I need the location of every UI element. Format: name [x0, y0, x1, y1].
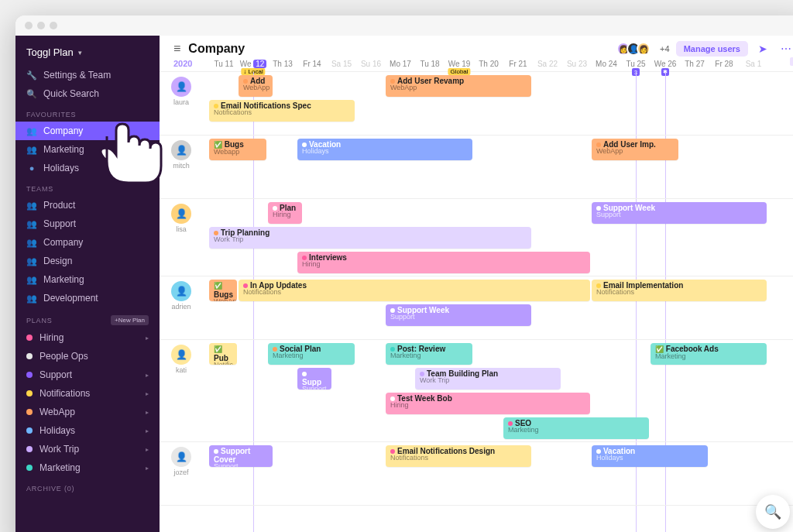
sidebar-item-marketing[interactable]: Marketing▸: [15, 458, 160, 477]
sidebar-item-hiring[interactable]: Hiring▸: [15, 328, 160, 347]
day-header[interactable]: Tu 11: [209, 60, 239, 68]
task-bar[interactable]: Trip PlanningWork Trip: [209, 227, 531, 249]
member-avatars[interactable]: 👩 👤 👩: [620, 42, 651, 56]
sidebar-item-company[interactable]: 👥Company: [15, 233, 160, 252]
row-head[interactable]: 👤 laura: [160, 77, 203, 106]
day-header[interactable]: Sa 15: [327, 60, 356, 68]
sidebar-item-marketing[interactable]: 👥Marketing: [15, 270, 160, 289]
task-bar[interactable]: Add User RevampWebApp: [386, 75, 531, 97]
task-bar[interactable]: AddWebApp: [239, 75, 273, 97]
sidebar-item-holidays[interactable]: Holidays▸: [15, 421, 160, 440]
row-head[interactable]: 👤 lisa: [160, 204, 203, 233]
sidebar-item-support[interactable]: Support▸: [15, 366, 160, 384]
chevron-right-icon: ▸: [146, 335, 149, 342]
quick-search[interactable]: 🔍 Quick Search: [15, 84, 160, 103]
day-header[interactable]: We 12↓ Local: [239, 60, 268, 68]
row-head[interactable]: 👤 jozef: [160, 447, 203, 476]
sidebar-item-label: Design: [43, 256, 72, 266]
day-header[interactable]: Fr 28: [709, 60, 739, 68]
sidebar-item-webapp[interactable]: WebApp▸: [15, 403, 160, 421]
member-overflow[interactable]: +4: [660, 44, 670, 53]
more-icon[interactable]: ⋯: [778, 40, 793, 57]
sidebar-item-development[interactable]: 👥Development: [15, 289, 160, 307]
day-header[interactable]: Fr 21: [503, 60, 533, 68]
sidebar-item-label: Marketing: [43, 144, 84, 155]
day-header[interactable]: Su 23: [562, 60, 592, 68]
day-header[interactable]: Sa 22: [533, 60, 562, 68]
window-min-dot[interactable]: [37, 22, 45, 29]
year-label[interactable]: 2020: [166, 59, 209, 68]
task-bar[interactable]: Support CoverSupport: [209, 445, 273, 467]
sidebar-item-label: Development: [43, 293, 98, 304]
task-bar[interactable]: VacationHolidays: [592, 445, 708, 467]
settings-link[interactable]: 🔧 Settings & Team: [15, 66, 160, 84]
sidebar-item-support[interactable]: 👥Support: [15, 215, 160, 233]
task-bar[interactable]: Add User Imp.WebApp: [592, 139, 678, 160]
day-header[interactable]: Su 16: [356, 60, 386, 68]
chevron-right-icon: ▸: [146, 465, 149, 472]
task-bar[interactable]: SuppSupport: [297, 368, 331, 390]
day-header[interactable]: We 26✱: [651, 60, 680, 68]
task-bar[interactable]: ✅ PubNotific: [209, 343, 237, 365]
sidebar-item-label: Marketing: [43, 274, 84, 285]
task-bar[interactable]: SEOMarketing: [503, 417, 649, 439]
sidebar-item-product[interactable]: 👥Product: [15, 196, 160, 215]
task-bar[interactable]: PlanHiring: [268, 202, 302, 224]
task-bar[interactable]: Email Notifications DesignNotifications: [386, 445, 531, 467]
row-head[interactable]: 👤 mitch: [160, 140, 203, 170]
task-bar[interactable]: Support WeekSupport: [592, 202, 767, 224]
window-max-dot[interactable]: [50, 22, 57, 29]
timeline[interactable]: 👤 lauraAddWebAppAdd User RevampWebAppEma…: [160, 72, 793, 532]
day-header[interactable]: Tu 18: [415, 60, 445, 68]
sidebar-item-work-trip[interactable]: Work Trip▸: [15, 440, 160, 458]
task-bar[interactable]: In App UpdatesNotifications: [239, 280, 590, 301]
task-bar[interactable]: Team Building PlanWork Trip: [415, 368, 561, 390]
window-close-dot[interactable]: [25, 22, 33, 29]
task-bar[interactable]: Post: ReviewMarketing: [386, 343, 472, 365]
day-header[interactable]: We 19Global: [445, 60, 474, 68]
sidebar-item-label: Support: [43, 218, 76, 229]
task-bar[interactable]: Email Notifications SpecNotifications: [209, 100, 355, 122]
menu-icon[interactable]: ≡: [173, 42, 180, 56]
row-head[interactable]: 👤 adrien: [160, 281, 203, 311]
day-header[interactable]: Sa 1: [739, 60, 768, 68]
day-header[interactable]: Th 20: [474, 60, 503, 68]
task-bar[interactable]: Email ImplementationNotifications: [592, 280, 767, 301]
task-bar[interactable]: ✅ BugsWebApp: [209, 280, 237, 301]
task-bar[interactable]: Social PlanMarketing: [268, 343, 355, 365]
new-plan-button[interactable]: +New Plan: [111, 315, 149, 325]
sidebar-item-people-ops[interactable]: People Ops: [15, 347, 160, 366]
sidebar-item-marketing[interactable]: 👥Marketing▸: [15, 140, 160, 159]
day-header[interactable]: Mo 17: [386, 60, 415, 68]
brand[interactable]: Toggl Plan ▾: [15, 43, 160, 66]
sidebar-item-holidays[interactable]: ●Holidays▸: [15, 159, 160, 177]
day-header[interactable]: Fr 14: [297, 60, 327, 68]
day-header[interactable]: Th 13: [268, 60, 297, 68]
row-head[interactable]: 👤 kati: [160, 345, 203, 374]
user-name: laura: [173, 98, 189, 106]
task-bar[interactable]: ✅ BugsWebapp: [209, 139, 266, 160]
avatar: 👤: [171, 447, 191, 467]
user-name: mitch: [173, 162, 190, 170]
share-icon[interactable]: ➤: [754, 40, 771, 57]
task-bar[interactable]: Test Week BobHiring: [386, 393, 590, 414]
task-bar[interactable]: InterviewsHiring: [297, 252, 590, 273]
zoom-button[interactable]: 🔍: [756, 495, 790, 529]
task-project: Marketing: [508, 427, 644, 434]
day-header[interactable]: Mo 24: [592, 60, 621, 68]
task-bar[interactable]: ✅ Facebook AdsMarketing: [651, 343, 767, 365]
sidebar-item-design[interactable]: 👥Design: [15, 252, 160, 270]
day-header[interactable]: Tu 253: [621, 60, 651, 68]
group-icon: 👥: [26, 275, 37, 285]
task-bar[interactable]: VacationHolidays: [297, 139, 472, 160]
sidebar-item-label: Support: [39, 369, 72, 380]
task-bar[interactable]: Support WeekSupport: [386, 304, 531, 326]
plan-color-dot: [26, 353, 33, 359]
wrench-icon: 🔧: [26, 70, 37, 81]
user-name: kati: [176, 366, 187, 374]
date-header: 2020 Tu 11We 12↓ LocalTh 13Fr 14Sa 15Su …: [160, 57, 793, 72]
sidebar-item-notifications[interactable]: Notifications▸: [15, 384, 160, 403]
sidebar-item-company[interactable]: 👥Company: [15, 122, 160, 140]
manage-users-button[interactable]: Manage users: [676, 41, 748, 57]
day-header[interactable]: Th 27: [680, 60, 709, 68]
